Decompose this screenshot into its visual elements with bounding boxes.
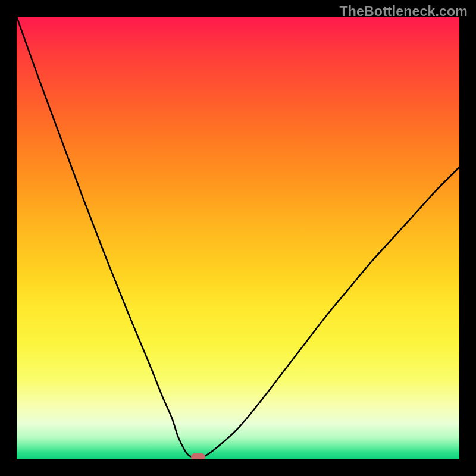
- bottleneck-curve: [17, 17, 459, 459]
- optimal-marker: [191, 453, 205, 459]
- plot-area: [17, 17, 459, 459]
- watermark: TheBottleneck.com: [339, 4, 468, 20]
- chart-frame: TheBottleneck.com: [0, 0, 476, 476]
